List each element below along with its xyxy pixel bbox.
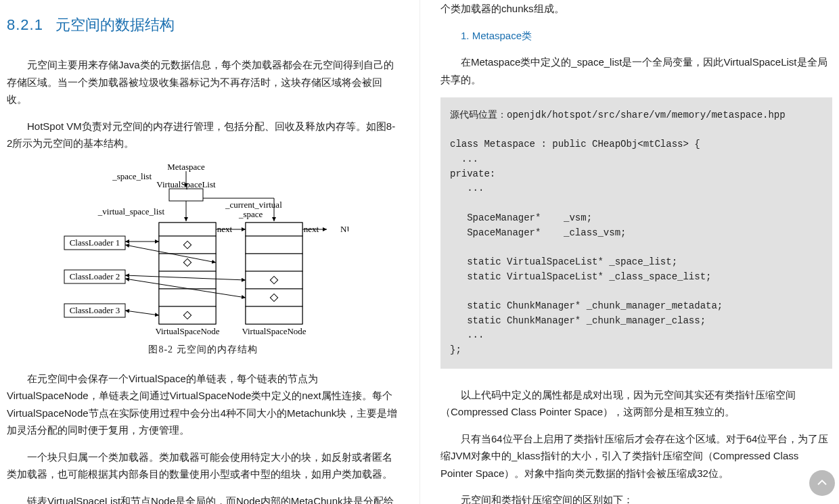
section-number: 8.2.1 (7, 16, 43, 33)
label-null: NULL (340, 224, 348, 234)
paragraph-8: 只有当64位平台上启用了类指针压缩后才会存在这个区域。对于64位平台，为了压缩J… (440, 430, 832, 482)
svg-rect-17 (246, 236, 302, 254)
label-vsl-left: _virtual_space_list (97, 206, 165, 216)
paragraph-9: 元空间和类指针压缩空间的区别如下： (440, 491, 832, 504)
figure-8-2: text { font-family: "Times New Roman", s… (7, 162, 399, 338)
section-heading: 8.2.1 元空间的数据结构 (7, 12, 399, 37)
svg-rect-15 (246, 223, 302, 236)
svg-line-31 (125, 311, 159, 315)
label-cl1: ClassLoader 1 (70, 237, 120, 248)
svg-rect-1 (169, 189, 203, 201)
right-column: 个类加载器的chunks组成。 1. Metaspace类 在Metaspace… (420, 0, 839, 504)
label-cl3: ClassLoader 3 (70, 305, 120, 315)
sub-heading-metaspace: 1. Metaspace类 (461, 27, 832, 45)
label-vsl-top: VirtualSpaceList (156, 179, 216, 189)
label-cvs-2: _space (238, 209, 263, 219)
label-cl2: ClassLoader 2 (70, 271, 120, 281)
scroll-to-top-button[interactable] (809, 470, 835, 496)
diagram-svg: text { font-family: "Times New Roman", s… (58, 162, 348, 338)
label-metaspace: Metaspace (167, 162, 205, 172)
svg-rect-4 (159, 223, 216, 236)
section-title-text: 元空间的数据结构 (55, 16, 175, 33)
svg-rect-21 (246, 306, 302, 324)
code-location-path: openjdk/hotspot/src/share/vm/memory/meta… (507, 110, 786, 120)
label-cvs-1: _current_virtual (225, 200, 282, 210)
code-body: class Metaspace : public CHeapObj<mtClas… (450, 139, 723, 355)
code-block: 源代码位置：openjdk/hotspot/src/share/vm/memor… (440, 97, 832, 369)
figure-caption: 图8-2 元空间的内存结构 (7, 342, 399, 358)
paragraph-4: 一个块只归属一个类加载器。类加载器可能会使用特定大小的块，如反射或者匿名类加载器… (7, 449, 399, 483)
code-location-label: 源代码位置： (450, 110, 507, 120)
paragraph-2: HotSpot VM负责对元空间的内存进行管理，包括分配、回收及释放内存等。如图… (7, 118, 399, 152)
paragraph-continuation: 个类加载器的chunks组成。 (440, 0, 832, 18)
chevron-up-icon (816, 477, 828, 489)
paragraph-3: 在元空间中会保存一个VirtualSpace的单链表，每个链表的节点为Virtu… (7, 370, 399, 439)
label-vsn2: VirtualSpaceNode (242, 326, 306, 336)
paragraph-5: 链表VirtualSpaceList和节点Node是全局的，而Node内部的Me… (7, 492, 399, 504)
svg-rect-8 (159, 271, 216, 289)
paragraph-6: 在Metaspace类中定义的_space_list是一个全局变量，因此Virt… (440, 53, 832, 88)
svg-rect-18 (246, 254, 302, 271)
label-vsn1: VirtualSpaceNode (155, 326, 219, 336)
left-column: 8.2.1 元空间的数据结构 元空间主要用来存储Java类的元数据信息，每个类加… (0, 0, 420, 504)
label-space-list: _space_list (112, 171, 152, 181)
paragraph-7: 以上代码中定义的属性都是成对出现，因为元空间其实还有类指针压缩空间（Compre… (440, 386, 832, 421)
paragraph-1: 元空间主要用来存储Java类的元数据信息，每个类加载器都会在元空间得到自己的存储… (7, 56, 399, 108)
